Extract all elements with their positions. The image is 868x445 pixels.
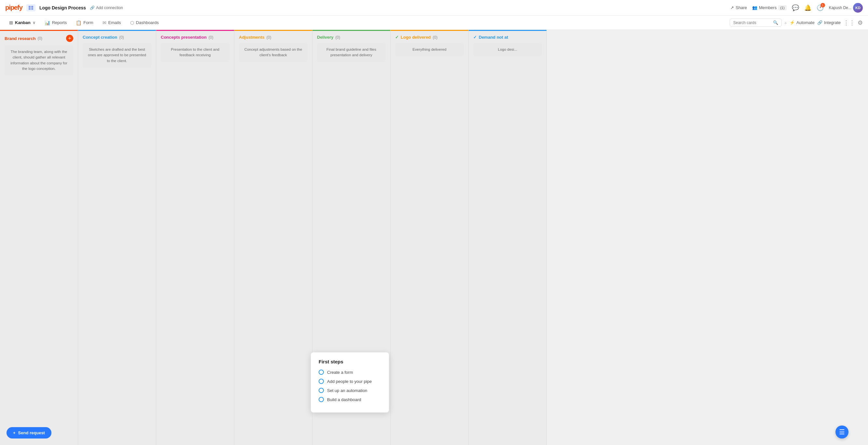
pipe-name: Logo Design Process [39,5,86,10]
add-connection-button[interactable]: 🔗 Add connection [90,5,123,10]
column-title-text: Adjustments [239,35,265,40]
first-steps-item-4[interactable]: Build a dashboard [319,397,381,402]
column-body [0,78,78,445]
column-title: Delivery (0) [317,35,340,40]
column-description: Everything delivered [395,43,464,56]
column-title-text: Demand not at [479,35,508,40]
search-input[interactable] [733,21,771,25]
check-icon: ✓ [395,35,399,40]
share-button[interactable]: ↗ Share [730,5,747,10]
emails-icon: ✉ [102,20,106,25]
column-adjustments: Adjustments (0) Concept adjustments base… [234,30,312,445]
secondary-navbar: ⊞ Kanban ∨ 📊 Reports 📋 Form ✉ Emails ⬡ D… [0,15,868,30]
form-icon: 📋 [76,20,81,25]
column-body [156,65,234,445]
first-steps-popup: First steps Create a form Add people to … [311,352,389,412]
step-label-2: Add people to your pipe [327,379,372,384]
notification-button[interactable]: 🔔 [804,4,811,11]
grid-view-icon[interactable]: ⋮⋮ [843,19,855,26]
bell-icon: 🔔 [804,4,811,11]
chat-button[interactable]: 💬 [792,4,799,11]
column-title: ✓ Logo delivered (0) [395,35,437,40]
user-menu[interactable]: Kapush De... KD [829,3,863,13]
send-request-button[interactable]: + Send request [6,427,52,439]
column-title: Brand research (0) [5,36,42,41]
column-concepts-presentation: Concepts presentation (0) Presentation t… [156,30,234,445]
activity-badge: 1 [820,3,825,7]
add-card-button[interactable]: + [66,35,73,42]
tab-emails[interactable]: ✉ Emails [99,18,125,28]
column-body [234,65,312,445]
activity-button[interactable]: 🕐 1 [816,4,824,11]
avatar: KD [853,3,863,13]
first-steps-item-3[interactable]: Set up an automation [319,388,381,393]
tab-reports[interactable]: 📊 Reports [41,18,71,28]
pipefy-logo: pipefy [5,4,23,11]
step-label-4: Build a dashboard [327,397,361,402]
column-description: Logo desi... [473,43,542,56]
tab-kanban[interactable]: ⊞ Kanban ∨ [5,18,39,28]
fab-menu-button[interactable]: ☰ [835,425,848,439]
column-header-demand-not-at: ✓ Demand not at Logo desi... [469,30,547,59]
step-circle-3 [319,388,324,393]
svg-rect-0 [29,6,31,8]
tab-dashboards[interactable]: ⬡ Dashboards [126,18,163,28]
settings-icon[interactable]: ⚙ [858,19,863,26]
column-title-text: Delivery [317,35,334,40]
column-header-concepts-presentation: Concepts presentation (0) Presentation t… [156,30,234,65]
step-circle-1 [319,370,324,375]
first-steps-item-1[interactable]: Create a form [319,370,381,375]
step-circle-2 [319,379,324,384]
column-title-text: Brand research [5,36,35,41]
column-title: Concept creation (0) [83,35,124,40]
search-box[interactable]: 🔍 [730,19,782,27]
nav-right: ↗ Share 👥 Members (1) 💬 🔔 🕐 1 Kapush De.… [730,3,863,13]
integrate-icon: 🔗 [817,20,823,25]
menu-icon: ☰ [839,428,845,436]
column-title: Adjustments (0) [239,35,271,40]
column-description: Concept adjustments based on the client'… [239,43,308,62]
dashboards-icon: ⬡ [130,20,134,25]
nav-actions: 🔍 ⬦ ⚡ Automate 🔗 Integrate ⋮⋮ ⚙ [730,19,863,27]
search-icon: 🔍 [773,20,778,25]
integrate-button[interactable]: 🔗 Integrate [817,20,841,25]
column-title-text: Logo delivered [401,35,431,40]
step-label-1: Create a form [327,370,353,375]
column-count: (0) [433,35,437,40]
column-header-brand-research: Brand research (0) + The branding team, … [0,30,78,78]
svg-rect-3 [31,8,33,10]
column-count: (0) [336,35,340,40]
column-body [469,59,547,445]
top-navbar: pipefy Logo Design Process 🔗 Add connect… [0,0,868,15]
column-description: The branding team, along with the client… [5,45,73,75]
column-count: (0) [209,35,214,40]
share-icon: ↗ [730,5,734,10]
check-blue-icon: ✓ [473,35,477,40]
automate-button[interactable]: ⚡ Automate [789,20,815,25]
column-title: Concepts presentation (0) [161,35,214,40]
step-label-3: Set up an automation [327,388,367,393]
column-logo-delivered: ✓ Logo delivered (0) Everything delivere… [391,30,469,445]
column-description: Sketches are drafted and the best ones a… [83,43,151,68]
column-header-adjustments: Adjustments (0) Concept adjustments base… [234,30,312,65]
column-demand-not-at: ✓ Demand not at Logo desi... [469,30,547,445]
filter-icon[interactable]: ⬦ [784,20,787,25]
plus-icon: + [13,431,16,435]
kanban-board: Brand research (0) + The branding team, … [0,30,868,445]
column-body [78,70,156,445]
first-steps-item-2[interactable]: Add people to your pipe [319,379,381,384]
tab-form[interactable]: 📋 Form [72,18,97,28]
members-icon: 👥 [752,5,757,10]
step-circle-4 [319,397,324,402]
automate-icon: ⚡ [789,20,795,25]
column-header-delivery: Delivery (0) Final brand guideline and f… [312,30,390,65]
column-count: (0) [267,35,272,40]
column-concept-creation: Concept creation (0) Sketches are drafte… [78,30,156,445]
column-title-text: Concepts presentation [161,35,207,40]
column-count: (0) [37,36,42,41]
reports-icon: 📊 [44,20,50,25]
members-button[interactable]: 👥 Members (1) [752,5,787,10]
column-header-concept-creation: Concept creation (0) Sketches are drafte… [78,30,156,70]
first-steps-title: First steps [319,359,381,365]
pipe-icon [26,4,35,11]
